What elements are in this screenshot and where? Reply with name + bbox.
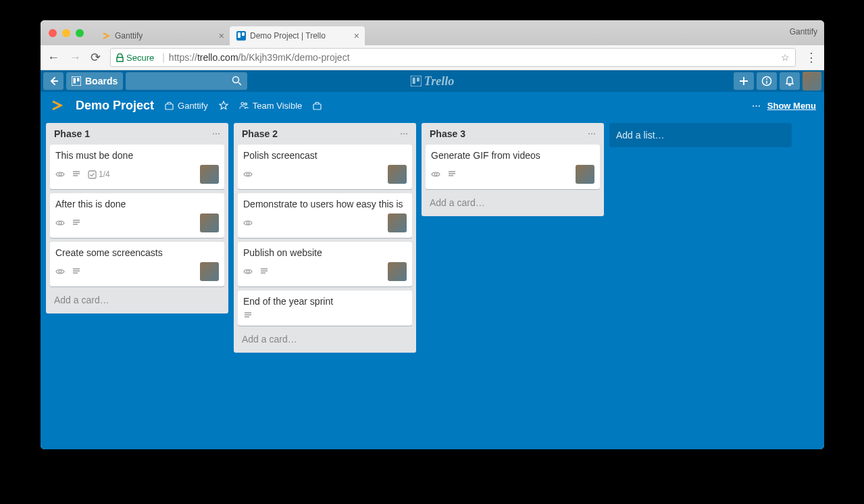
- window-maximize-button[interactable]: [76, 29, 84, 37]
- card[interactable]: Polish screencast: [238, 145, 412, 189]
- svg-rect-1: [238, 32, 240, 38]
- card-title: Publish on website: [243, 247, 407, 258]
- svg-rect-4: [74, 78, 76, 84]
- visibility-button[interactable]: Team Visible: [239, 101, 302, 111]
- back-to-home-button[interactable]: [43, 72, 63, 90]
- card-badges: [243, 262, 407, 281]
- add-card-button[interactable]: Add a card…: [426, 193, 600, 212]
- card[interactable]: This must be done 1/4: [50, 145, 224, 189]
- description-icon: [72, 170, 81, 179]
- window-controls: [49, 29, 84, 37]
- star-board-button[interactable]: [219, 101, 228, 110]
- add-list-button[interactable]: Add a list…: [609, 123, 792, 147]
- eye-icon: [55, 267, 65, 276]
- eye-icon: [55, 170, 65, 179]
- list-title[interactable]: Phase 1: [54, 128, 212, 139]
- card[interactable]: End of the year sprint: [238, 291, 412, 326]
- add-card-button[interactable]: Add a card…: [238, 330, 412, 349]
- secure-indicator: Secure: [116, 53, 154, 63]
- window-minimize-button[interactable]: [62, 29, 70, 37]
- browser-menu-button[interactable]: ⋮: [805, 50, 817, 65]
- show-menu-button[interactable]: Show Menu: [767, 101, 816, 111]
- svg-point-6: [233, 77, 239, 83]
- card-title: Demonstrate to users how easy this is: [243, 199, 407, 209]
- svg-rect-17: [88, 171, 96, 178]
- list-title[interactable]: Phase 2: [242, 128, 400, 139]
- list-header: Phase 1 ⋯: [50, 127, 224, 141]
- description-icon: [447, 170, 457, 179]
- eye-icon: [243, 267, 253, 276]
- board-title[interactable]: Demo Project: [76, 99, 154, 113]
- board-extras-button[interactable]: [313, 101, 322, 110]
- trello-header: Boards Trello: [41, 70, 824, 92]
- card[interactable]: Generate GIF from videos: [426, 145, 600, 189]
- tab-close-icon[interactable]: ×: [219, 30, 224, 41]
- more-icon[interactable]: ⋯: [752, 101, 761, 111]
- member-avatar[interactable]: [388, 213, 407, 232]
- back-button[interactable]: ←: [47, 51, 59, 65]
- card-badges: [55, 213, 219, 232]
- svg-rect-12: [166, 104, 173, 109]
- tab-close-icon[interactable]: ×: [354, 30, 359, 41]
- member-avatar[interactable]: [388, 262, 407, 281]
- svg-point-16: [59, 173, 61, 176]
- browser-tab-ganttify[interactable]: Ganttify ×: [95, 26, 230, 45]
- bookmark-star-icon[interactable]: ☆: [781, 52, 790, 63]
- card-badges: [431, 165, 594, 184]
- card[interactable]: Create some screencasts: [50, 242, 224, 286]
- extension-label: Ganttify: [790, 27, 817, 36]
- info-button[interactable]: [757, 72, 777, 90]
- member-avatar[interactable]: [200, 213, 219, 232]
- card[interactable]: Demonstrate to users how easy this is: [238, 193, 412, 238]
- svg-rect-8: [413, 78, 415, 84]
- forward-button[interactable]: →: [69, 51, 81, 65]
- team-link[interactable]: Ganttify: [165, 101, 208, 111]
- list-menu-button[interactable]: ⋯: [588, 129, 596, 138]
- member-avatar[interactable]: [576, 165, 594, 184]
- browser-tab-bar: Ganttify × Demo Project | Trello × Gantt…: [41, 20, 824, 45]
- list: Phase 3 ⋯ Generate GIF from videos Add a…: [422, 123, 604, 216]
- list-header: Phase 2 ⋯: [238, 127, 412, 141]
- eye-icon: [243, 170, 253, 179]
- description-icon: [72, 218, 81, 228]
- list-title[interactable]: Phase 3: [430, 128, 588, 139]
- member-avatar[interactable]: [200, 262, 219, 281]
- card[interactable]: After this is done: [50, 193, 224, 238]
- tab-title: Ganttify: [115, 31, 143, 41]
- board-canvas: Phase 1 ⋯ This must be done 1/4 After th…: [41, 119, 824, 449]
- svg-rect-15: [313, 104, 321, 109]
- add-card-button[interactable]: Add a card…: [50, 291, 224, 309]
- address-bar[interactable]: Secure | https://trello.com/b/Kkjh39mK/d…: [110, 48, 796, 67]
- svg-point-23: [434, 173, 437, 176]
- svg-point-11: [766, 78, 767, 80]
- board-header: Demo Project Ganttify Team Visible ⋯ Sho…: [41, 92, 824, 119]
- svg-point-19: [59, 270, 61, 273]
- eye-icon: [243, 218, 253, 228]
- card-title: Create some screencasts: [55, 247, 219, 258]
- card-badges: [243, 165, 407, 184]
- boards-button[interactable]: Boards: [66, 72, 123, 90]
- eye-icon: [55, 218, 65, 228]
- briefcase-icon: [165, 101, 174, 110]
- trello-logo[interactable]: Trello: [411, 74, 454, 89]
- search-input[interactable]: [126, 72, 247, 90]
- window-close-button[interactable]: [49, 29, 57, 37]
- description-icon: [72, 267, 81, 276]
- member-avatar[interactable]: [388, 165, 407, 184]
- user-avatar[interactable]: [803, 72, 821, 91]
- card[interactable]: Publish on website: [238, 242, 412, 286]
- member-avatar[interactable]: [200, 165, 219, 184]
- boards-label: Boards: [85, 76, 118, 86]
- browser-tab-trello[interactable]: Demo Project | Trello ×: [230, 26, 365, 45]
- create-button[interactable]: [734, 72, 754, 90]
- checklist-count: 1/4: [99, 170, 110, 179]
- reload-button[interactable]: ⟳: [91, 50, 101, 65]
- list-menu-button[interactable]: ⋯: [212, 129, 220, 138]
- tab-title: Demo Project | Trello: [250, 31, 326, 41]
- url-path: /b/Kkjh39mK/demo-project: [238, 52, 350, 63]
- list-menu-button[interactable]: ⋯: [400, 129, 408, 138]
- svg-point-13: [241, 103, 244, 105]
- notifications-button[interactable]: [780, 72, 800, 90]
- browser-toolbar: ← → ⟳ Secure | https://trello.com/b/Kkjh…: [41, 45, 824, 70]
- svg-point-20: [247, 173, 249, 176]
